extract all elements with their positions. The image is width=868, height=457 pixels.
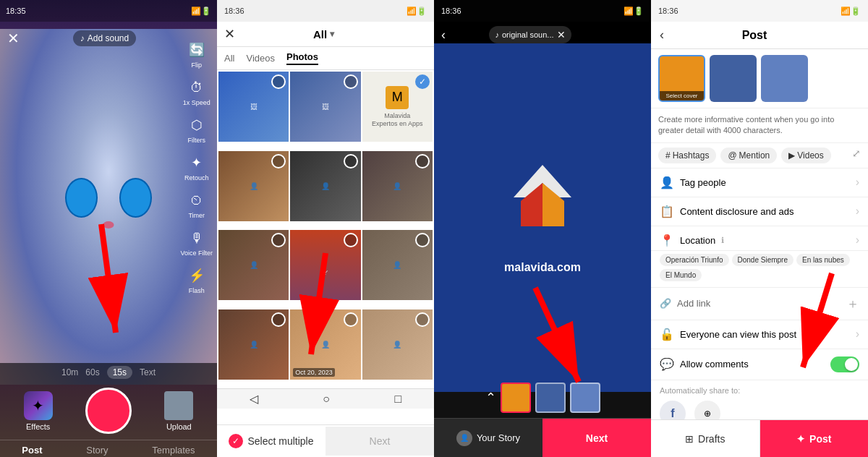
voice-filter-control[interactable]: 🎙 Voice Filter — [180, 228, 213, 257]
dur-15s[interactable]: 15s — [107, 366, 132, 379]
p2-time: 18:36 — [224, 7, 244, 15]
videos-pill[interactable]: ▶ Videos — [781, 148, 830, 163]
loc-tag-1[interactable]: Operación Triunfo — [660, 254, 729, 266]
content-disclosure-row[interactable]: 📋 Content disclosure and ads › — [651, 197, 868, 226]
drafts-icon: ⊞ — [685, 433, 694, 445]
thumb-2[interactable] — [535, 383, 566, 413]
sound-x-button[interactable]: ✕ — [557, 29, 566, 40]
retouch-icon: ✦ — [187, 153, 207, 173]
bottom-panel: 10m 60s 15s Text ✦ Effects Upload Post S… — [0, 363, 217, 457]
photo-check-9[interactable] — [415, 233, 430, 247]
photo-cell-11[interactable]: 👤 Oct 20, 2023 — [290, 309, 360, 380]
p2-next-button[interactable]: Next — [326, 427, 434, 456]
sound-text: original soun... — [502, 30, 554, 39]
cover-thumb-3[interactable] — [761, 55, 808, 102]
panel1-camera: 18:35 📶🔋 ✕ ♪ Add sound 🔄 Flip ⏱ 1x Speed… — [0, 0, 217, 457]
dur-10m[interactable]: 10m — [61, 367, 78, 377]
p3-back-button[interactable]: ‹ — [441, 27, 446, 43]
speed-control[interactable]: ⏱ 1x Speed — [183, 77, 210, 106]
p2-close[interactable]: ✕ — [224, 26, 235, 42]
flash-control[interactable]: ⚡ Flash — [187, 265, 207, 294]
add-link-row[interactable]: 🔗 Add link ＋ — [651, 288, 868, 320]
photo-check-8[interactable] — [344, 233, 358, 247]
duration-bar: 10m 60s 15s Text — [0, 363, 217, 382]
dur-text[interactable]: Text — [140, 367, 156, 377]
photo-cell-4[interactable]: 👤 — [218, 151, 289, 221]
select-multiple-button[interactable]: ✓ Select multiple — [217, 425, 326, 457]
post-button[interactable]: ✦ Post — [760, 420, 869, 457]
filters-control[interactable]: ⬡ Filters — [187, 115, 207, 144]
hashtag-icon: # — [665, 150, 671, 161]
photo-cell-8[interactable]: ↙ — [290, 230, 360, 300]
photo-cell-7[interactable]: 👤 — [218, 230, 289, 300]
allow-comments-toggle[interactable] — [830, 356, 859, 372]
allow-comments-row[interactable]: 💬 Allow comments — [651, 349, 868, 380]
p3-main-content: malavida.com — [434, 43, 651, 392]
thumb-3[interactable] — [570, 383, 600, 413]
your-story-button[interactable]: 👤 Your Story — [434, 419, 542, 457]
location-row[interactable]: 📍 Location ℹ › — [651, 226, 868, 251]
p2-nav-recent[interactable]: □ — [395, 393, 402, 406]
photo-check-11[interactable] — [344, 312, 358, 327]
tab-templates[interactable]: Templates — [152, 445, 195, 456]
photo-cell-5[interactable]: 👤 — [290, 151, 360, 221]
timer-control[interactable]: ⏲ Timer — [187, 190, 207, 219]
photo-cell-12[interactable]: 👤 — [362, 309, 433, 380]
photo-check-malavida[interactable]: ✓ — [415, 74, 430, 89]
loc-tag-4[interactable]: El Mundo — [660, 269, 702, 281]
p4-back-button[interactable]: ‹ — [660, 27, 664, 43]
speed-label: 1x Speed — [183, 99, 210, 106]
photo-grid: 🖼 🖼 M MalavidaExpertos en Apps ✓ 👤 👤 👤 — [217, 70, 434, 388]
dur-60s[interactable]: 60s — [85, 367, 99, 377]
p2-nav-back[interactable]: ◁ — [250, 392, 258, 406]
tab-story[interactable]: Story — [86, 445, 108, 456]
close-button[interactable]: ✕ — [7, 30, 20, 47]
tag-people-row[interactable]: 👤 Tag people › — [651, 168, 868, 197]
photo-cell-malavida[interactable]: M MalavidaExpertos en Apps ✓ — [362, 72, 433, 142]
thumb-1[interactable] — [501, 383, 531, 413]
tab-photos[interactable]: Photos — [286, 51, 318, 65]
add-sound-label: Add sound — [88, 33, 129, 43]
photo-check-6[interactable] — [415, 154, 430, 168]
toggle-knob — [845, 358, 858, 371]
photo-cell-9[interactable]: 👤 — [362, 230, 433, 300]
mention-pill[interactable]: @ Mention — [720, 148, 777, 163]
expand-icon[interactable]: ⤢ — [852, 148, 861, 163]
chevron-up-icon[interactable]: ⌃ — [485, 390, 496, 406]
record-button[interactable] — [85, 388, 132, 434]
everyone-view-row[interactable]: 🔓 Everyone can view this post › — [651, 320, 868, 349]
photo-cell-2[interactable]: 🖼 — [290, 72, 360, 142]
photo-cell-1[interactable]: 🖼 — [218, 72, 289, 142]
photo-check-4[interactable] — [271, 154, 286, 168]
p2-nav-home[interactable]: ○ — [323, 393, 330, 406]
p3-next-button[interactable]: Next — [542, 419, 651, 457]
photo-cell-6[interactable]: 👤 — [362, 151, 433, 221]
time-display: 18:35 — [6, 7, 26, 15]
add-link-plus-icon[interactable]: ＋ — [846, 295, 859, 312]
drafts-button[interactable]: ⊞ Drafts — [651, 420, 760, 457]
p2-title: All ▾ — [313, 28, 334, 40]
p4-bottom: ⊞ Drafts ✦ Post — [651, 419, 868, 457]
photo-check-2[interactable] — [344, 74, 358, 89]
mention-icon: @ — [728, 150, 736, 161]
flip-control[interactable]: 🔄 Flip — [187, 40, 207, 69]
photo-check-12[interactable] — [415, 312, 430, 327]
upload-button[interactable]: Upload — [164, 391, 193, 431]
photo-cell-10[interactable]: 👤 — [218, 309, 289, 380]
cover-thumb-1[interactable]: Select cover — [658, 55, 705, 102]
tag-people-left: 👤 Tag people — [660, 176, 726, 189]
tab-post[interactable]: Post — [22, 445, 42, 456]
loc-tag-3[interactable]: En las nubes — [796, 254, 850, 266]
tab-all[interactable]: All — [224, 53, 234, 64]
p3-status-icons: 📶🔋 — [624, 7, 644, 16]
hashtags-pill[interactable]: # Hashtags — [658, 148, 716, 163]
effects-button[interactable]: ✦ Effects — [24, 391, 53, 431]
photo-check-10[interactable] — [271, 312, 286, 327]
retouch-control[interactable]: ✦ Retouch — [184, 153, 209, 181]
add-sound-button[interactable]: ♪ Add sound — [73, 30, 136, 46]
cover-thumb-2[interactable] — [710, 55, 757, 102]
tab-videos[interactable]: Videos — [246, 53, 275, 64]
cover-section: Select cover — [651, 49, 868, 108]
loc-tag-2[interactable]: Donde Siempre — [732, 254, 793, 266]
photo-check-5[interactable] — [344, 154, 358, 168]
